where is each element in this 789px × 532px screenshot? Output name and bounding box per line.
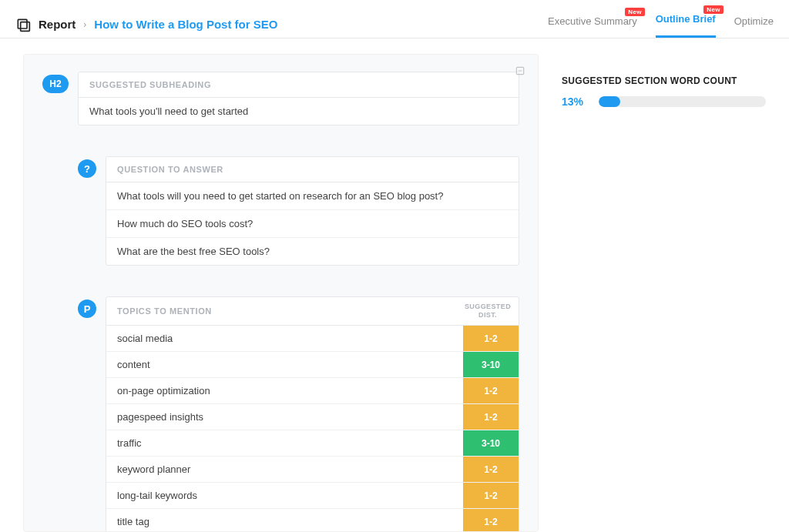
question-item[interactable]: What tools will you need to get started … [106,182,519,210]
breadcrumb-root[interactable]: Report [39,18,76,31]
card-menu-icon[interactable] [515,65,525,79]
sidebar: SUGGESTED SECTION WORD COUNT 13% [562,54,766,532]
h2-chip: H2 [42,75,69,93]
questions-label: QUESTION TO ANSWER [106,157,519,182]
question-chip: ? [78,159,96,178]
progress-track [599,96,766,107]
progress-percent: 13% [562,95,591,108]
topic-row[interactable]: traffic3-10 [106,430,519,457]
header-nav: Executive Summary New Outline Brief New … [548,11,774,38]
dist-label: SUGGESTED DIST. [457,298,519,324]
new-badge: New [703,5,723,14]
topic-dist-badge: 3-10 [463,430,519,456]
topic-dist-badge: 3-10 [463,352,519,377]
dist-label-line2: DIST. [478,311,497,319]
topic-dist-badge: 1-2 [463,404,519,430]
topic-name: title tag [106,509,463,532]
topic-name: social media [106,326,463,351]
topic-name: traffic [106,430,463,456]
nav-label: Outline Brief [656,13,716,25]
nav-label: Optimize [734,15,774,27]
topic-name: content [106,352,463,377]
main-content: H2 SUGGESTED SUBHEADING What tools you'l… [0,38,789,532]
svg-rect-1 [21,22,30,31]
topics-row: P TOPICS TO MENTION SUGGESTED DIST. soci… [78,296,519,532]
nav-outline-brief[interactable]: Outline Brief New [656,13,716,38]
topic-row[interactable]: keyword planner1-2 [106,457,519,483]
subheading-value[interactable]: What tools you'll need to get started [79,98,519,125]
topic-row[interactable]: long-tail keywords1-2 [106,483,519,509]
paragraph-chip: P [78,299,96,318]
nav-label: Executive Summary [548,15,637,27]
topic-name: on-page optimization [106,378,463,403]
topics-body: social media1-2content3-10on-page optimi… [106,326,519,532]
topic-dist-badge: 1-2 [463,483,519,508]
questions-row: ? QUESTION TO ANSWER What tools will you… [78,156,519,266]
topic-name: long-tail keywords [106,483,463,508]
topics-panel: TOPICS TO MENTION SUGGESTED DIST. social… [106,296,519,532]
subheading-panel: SUGGESTED SUBHEADING What tools you'll n… [78,72,519,125]
question-item[interactable]: How much do SEO tools cost? [106,210,519,238]
topic-name: keyword planner [106,457,463,482]
app-header: Report › How to Write a Blog Post for SE… [0,0,789,38]
topic-dist-badge: 1-2 [463,509,519,532]
topic-dist-badge: 1-2 [463,326,519,351]
dist-label-line1: SUGGESTED [465,303,511,310]
subheading-label: SUGGESTED SUBHEADING [79,72,519,98]
sidebar-title: SUGGESTED SECTION WORD COUNT [562,75,766,86]
topics-label: TOPICS TO MENTION [106,297,223,325]
topic-row[interactable]: content3-10 [106,352,519,378]
topic-dist-badge: 1-2 [463,457,519,482]
topic-row[interactable]: pagespeed insights1-2 [106,404,519,430]
topic-row[interactable]: social media1-2 [106,326,519,352]
outline-card: H2 SUGGESTED SUBHEADING What tools you'l… [23,54,539,532]
topics-header: TOPICS TO MENTION SUGGESTED DIST. [106,297,519,326]
svg-rect-0 [18,19,27,28]
topic-dist-badge: 1-2 [463,378,519,403]
word-count-progress: 13% [562,95,766,108]
breadcrumb: Report › How to Write a Blog Post for SE… [15,17,277,32]
subheading-row: H2 SUGGESTED SUBHEADING What tools you'l… [42,72,519,125]
nav-optimize[interactable]: Optimize [734,15,774,38]
topic-name: pagespeed insights [106,404,463,430]
progress-fill [599,96,620,107]
chevron-right-icon: › [83,19,86,30]
breadcrumb-title[interactable]: How to Write a Blog Post for SEO [94,18,277,31]
questions-panel: QUESTION TO ANSWER What tools will you n… [106,156,519,266]
question-item[interactable]: What are the best free SEO tools? [106,238,519,265]
nav-executive-summary[interactable]: Executive Summary New [548,15,637,38]
new-badge: New [625,8,644,16]
topic-row[interactable]: on-page optimization1-2 [106,378,519,404]
logo-icon [15,17,31,32]
topic-row[interactable]: title tag1-2 [106,509,519,532]
